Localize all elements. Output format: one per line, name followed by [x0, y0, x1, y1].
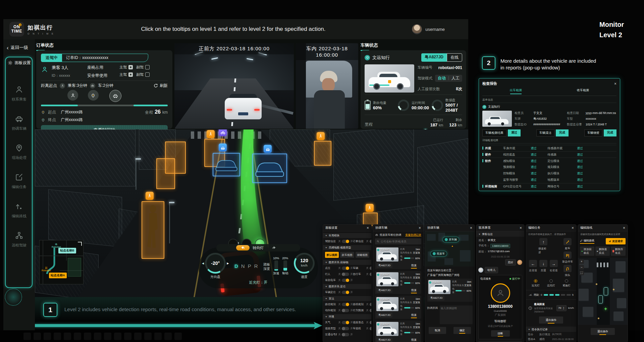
codriver-seat-checkbox[interactable]	[145, 65, 150, 69]
cancel-button[interactable]: 取消	[429, 327, 446, 334]
radio-icon[interactable]	[549, 279, 553, 283]
algorithm-toggle[interactable]: 路径规划关开	[325, 302, 353, 306]
wiper-level-segment[interactable]	[555, 294, 559, 296]
left-arrow-icon[interactable]: ←	[529, 260, 537, 268]
left-turn-signal-icon[interactable]	[236, 245, 250, 250]
close-icon[interactable]: ×	[419, 226, 421, 230]
toggle-switch[interactable]	[342, 240, 349, 243]
plate-number-badge[interactable]: 粤A827JD	[421, 53, 447, 62]
close-icon[interactable]: ×	[470, 226, 472, 230]
assign-button[interactable]: 指派	[408, 288, 420, 293]
step-down-icon[interactable]: ▼	[563, 308, 565, 310]
speed-input[interactable]	[557, 306, 563, 309]
toggle-switch[interactable]	[342, 291, 349, 294]
highbeam-radio[interactable]: 远光灯	[547, 279, 555, 287]
up-arrow-icon[interactable]: ↑	[539, 238, 547, 246]
uturn-button[interactable]: 掉头	[561, 265, 574, 277]
toggle-switch[interactable]	[370, 303, 371, 306]
environment-toggle[interactable]: 交通信号灯关开	[325, 333, 353, 336]
settings-toggle[interactable]: 驾驶信息关开	[325, 239, 353, 243]
pedestrian-chip-icon[interactable]	[366, 204, 374, 212]
waypoint-marker[interactable]: +	[604, 306, 607, 311]
pedestrian-detection-box[interactable]	[363, 213, 378, 226]
pedestrian-detection-box[interactable]	[314, 141, 331, 166]
toggle-switch[interactable]	[370, 309, 371, 312]
vehicle-card[interactable]: 文远知行 距离1km 车内安全员王宝强 电量60% 粤A827JD 指派	[375, 271, 421, 294]
refresh-button[interactable]: 刷新	[154, 83, 168, 89]
sidebar-item-scene-handling[interactable]: 现场处理	[3, 137, 35, 166]
radio-icon[interactable]	[565, 279, 568, 283]
minimap-stop-b-label[interactable]: 站点名称B	[58, 248, 76, 253]
speed-stepper[interactable]: ▲▼	[556, 305, 567, 311]
sidebar-item-edit-route[interactable]: 编辑路线	[3, 195, 35, 225]
zoom-out-button[interactable]: −	[579, 265, 584, 270]
send-request-button[interactable]: 发送请求	[606, 238, 626, 244]
tab-departure-check[interactable]: 出车检测	[482, 88, 549, 94]
wiper-level-segment[interactable]	[567, 294, 571, 296]
toggle-switch[interactable]	[370, 267, 371, 270]
layer-toggle[interactable]: 行人关开	[325, 272, 353, 276]
wiper-level-segment[interactable]	[544, 294, 548, 296]
assign-button[interactable]: 指派	[408, 263, 420, 268]
exit-operation-button[interactable]: 退出操作	[539, 317, 563, 324]
toggle-switch[interactable]	[342, 327, 349, 330]
right-arrow-icon[interactable]: →	[550, 260, 558, 268]
toggle-switch[interactable]	[342, 321, 349, 324]
sidebar-item-panel-settings[interactable]: 面板设置	[3, 60, 35, 66]
bicycle-chip-icon[interactable]	[219, 129, 227, 136]
lane-change-left-button[interactable]: ←左变道	[528, 260, 538, 277]
close-icon[interactable]: ×	[520, 226, 522, 230]
view-follow-button[interactable]: 跟车视图	[340, 252, 354, 258]
view-default-button[interactable]: 默认视图	[325, 252, 339, 258]
layer-toggle[interactable]: 自行车关开	[353, 272, 371, 276]
algorithm-toggle[interactable]: 路线规划关开	[353, 302, 371, 306]
lane-change-right-button[interactable]: →右变道	[548, 260, 559, 277]
codriver-belt-checkbox[interactable]	[145, 72, 150, 77]
vehicle-search-input[interactable]	[381, 240, 420, 243]
add-waypoint-button[interactable]: +添加目标点	[580, 246, 594, 256]
reason-textarea[interactable]	[441, 306, 472, 323]
assign-button[interactable]: 指派	[408, 312, 420, 318]
toggle-switch[interactable]	[342, 333, 349, 336]
toggle-switch[interactable]	[342, 267, 349, 270]
route-edit-map[interactable]: + − ⛶ +	[578, 258, 628, 325]
coordination-map[interactable]: 原车辆 ▲ 指派车	[425, 231, 475, 267]
user-avatar[interactable]	[412, 24, 422, 34]
layer-toggle[interactable]: 点云关开	[325, 266, 353, 270]
sidebar-item-edit-task[interactable]: 编辑任务	[3, 166, 35, 195]
vehicle-detection-box[interactable]	[213, 153, 240, 176]
close-icon[interactable]: ×	[614, 81, 616, 86]
pedestrian-detection-box[interactable]	[142, 201, 164, 259]
layer-toggle[interactable]: 车辆定位关开	[325, 290, 353, 294]
assign-button[interactable]: 指派	[408, 337, 420, 342]
layer-toggle[interactable]: 车辆关开	[353, 266, 371, 270]
pullover-icon[interactable]: P|	[564, 251, 572, 260]
vehicle-chip-icon[interactable]	[219, 144, 227, 152]
wiper-level-segment[interactable]	[561, 294, 565, 296]
zoom-in-button[interactable]: +	[579, 259, 584, 264]
sidebar-item-contact-passenger[interactable]: 联系乘客	[3, 79, 35, 108]
wiper-control[interactable]: 雨刷 0 5	[526, 290, 576, 297]
close-icon[interactable]: ×	[367, 226, 369, 230]
delete-all-points-button[interactable]: 删除所有点	[611, 246, 626, 256]
route-minimap[interactable]: 终Robotaxi 站点名称B 起Robotaxi 站点名称A	[39, 240, 84, 284]
fullscreen-button[interactable]: ⛶	[579, 271, 584, 275]
back-to-level-1-button[interactable]: ‹ 返回一级	[3, 39, 35, 51]
environment-toggle[interactable]: 车道线关开	[353, 327, 371, 330]
tooltip-1-number[interactable]: 1	[43, 303, 57, 317]
reverse-button[interactable]: ↓后退	[538, 260, 549, 277]
edit-route-tab[interactable]: 编辑路线	[580, 239, 594, 244]
exit-operation-button[interactable]: 退出操作	[591, 328, 615, 335]
toggle-switch[interactable]	[370, 273, 371, 276]
toggle-switch[interactable]	[342, 309, 349, 312]
vehicle-card[interactable]: 文远知行 距离1km 车内安全员王宝强 电量60% 粤A827JD 指派	[375, 296, 421, 319]
wiper-level-segment[interactable]	[549, 294, 554, 296]
toggle-switch[interactable]	[370, 321, 371, 324]
environment-toggle[interactable]: 天气关开	[325, 321, 353, 324]
pedestrian-detection-box[interactable]	[156, 158, 175, 189]
hazard-radio[interactable]: 紧急灯	[562, 279, 571, 287]
sidebar-item-remote-driving[interactable]: 远程驾驶	[3, 225, 35, 254]
minimap-stop-a-label[interactable]: 站点名称A	[49, 273, 67, 278]
creep-forward-button[interactable]: ↑缓速前进	[538, 238, 549, 259]
tab-return-check[interactable]: 收车检测	[549, 88, 616, 94]
